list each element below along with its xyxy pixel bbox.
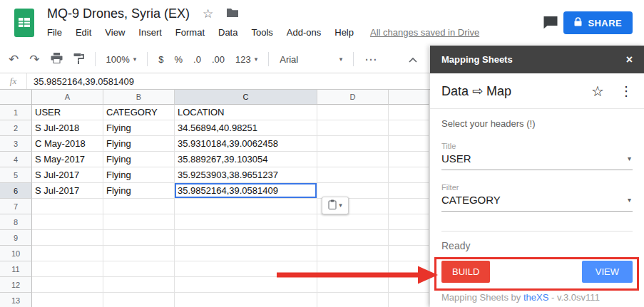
menu-format[interactable]: Format [175, 27, 205, 38]
cell-C4[interactable]: 35.889267,39.103054 [175, 152, 317, 167]
cell-C7[interactable] [175, 199, 317, 214]
print-icon[interactable] [51, 53, 63, 66]
cell-E11[interactable] [389, 261, 429, 277]
cell-B6[interactable]: Flying [103, 183, 175, 199]
menu-file[interactable]: File [47, 27, 62, 38]
cell-E1[interactable] [389, 105, 429, 120]
paste-options-button[interactable]: ▾ [322, 197, 349, 214]
column-header-C[interactable]: C [175, 90, 317, 105]
format-percent-button[interactable]: % [175, 54, 183, 65]
thexs-link[interactable]: theXS [523, 292, 548, 303]
menu-edit[interactable]: Edit [76, 27, 91, 38]
cell-C1[interactable]: LOCATION [175, 105, 317, 120]
cell-D13[interactable] [317, 293, 389, 307]
cell-C10[interactable] [175, 246, 317, 261]
paint-format-icon[interactable] [73, 53, 84, 66]
comments-icon[interactable] [543, 16, 558, 32]
cell-D8[interactable] [317, 214, 389, 230]
cell-E2[interactable] [389, 120, 429, 136]
cell-E10[interactable] [389, 246, 429, 261]
row-header-12[interactable]: 12 [0, 277, 32, 293]
cell-D4[interactable] [317, 152, 389, 167]
row-header-1[interactable]: 1 [0, 105, 32, 120]
cell-B9[interactable] [103, 230, 175, 246]
cell-A9[interactable] [32, 230, 103, 246]
title-select[interactable]: USER ▾ [441, 150, 633, 170]
cell-B3[interactable]: Flying [103, 136, 175, 152]
cell-B8[interactable] [103, 214, 175, 230]
format-currency-button[interactable]: $ [158, 54, 163, 65]
cell-D2[interactable] [317, 120, 389, 136]
cell-C12[interactable] [175, 277, 317, 293]
view-button[interactable]: VIEW [582, 261, 633, 283]
document-title[interactable]: MQ-9 Drones, Syria (EX) [47, 6, 190, 21]
cell-C9[interactable] [175, 230, 317, 246]
cell-E9[interactable] [389, 230, 429, 246]
column-header-B[interactable]: B [103, 90, 175, 105]
cell-C8[interactable] [175, 214, 317, 230]
row-header-10[interactable]: 10 [0, 246, 32, 261]
cell-A2[interactable]: S Jul-2018 [32, 120, 103, 136]
cell-E6[interactable] [389, 183, 429, 199]
cell-A5[interactable]: S Jul-2017 [32, 167, 103, 183]
star-document-icon[interactable]: ☆ [203, 8, 213, 20]
menu-add-ons[interactable]: Add-ons [287, 27, 321, 38]
cell-C5[interactable]: 35.9253903,38.9651237 [175, 167, 317, 183]
cell-A6[interactable]: S Jul-2017 [32, 183, 103, 199]
cell-A13[interactable] [32, 293, 103, 307]
zoom-selector[interactable]: 100% ▾ [106, 54, 137, 65]
cell-C11[interactable] [175, 261, 317, 277]
cell-D3[interactable] [317, 136, 389, 152]
cell-D11[interactable] [317, 261, 389, 277]
cell-C3[interactable]: 35.9310184,39.0062458 [175, 136, 317, 152]
cell-B5[interactable]: Flying [103, 167, 175, 183]
cell-B2[interactable]: Flying [103, 120, 175, 136]
cell-D10[interactable] [317, 246, 389, 261]
decrease-decimals-button[interactable]: .0 [193, 54, 201, 65]
cell-A12[interactable] [32, 277, 103, 293]
row-header-11[interactable]: 11 [0, 261, 32, 277]
share-button[interactable]: SHARE [563, 11, 633, 34]
cell-B4[interactable]: Flying [103, 152, 175, 167]
cell-A3[interactable]: C May-2018 [32, 136, 103, 152]
column-header-D[interactable]: D [317, 90, 389, 105]
cell-B1[interactable]: CATEGORY [103, 105, 175, 120]
more-toolbar-icon[interactable]: ⋯ [364, 53, 377, 66]
cell-E7[interactable] [389, 199, 429, 214]
number-format-menu[interactable]: 123 ▾ [235, 54, 257, 65]
column-header-E[interactable] [389, 90, 429, 105]
cell-E4[interactable] [389, 152, 429, 167]
cell-E8[interactable] [389, 214, 429, 230]
row-header-7[interactable]: 7 [0, 199, 32, 214]
cell-B13[interactable] [103, 293, 175, 307]
select-all-corner[interactable] [0, 90, 32, 105]
cell-A11[interactable] [32, 261, 103, 277]
menu-data[interactable]: Data [218, 27, 237, 38]
move-folder-icon[interactable] [226, 8, 239, 21]
formula-input[interactable]: 35.9852164,39.0581409 [27, 76, 134, 87]
cell-D5[interactable] [317, 167, 389, 183]
cell-E5[interactable] [389, 167, 429, 183]
row-header-13[interactable]: 13 [0, 293, 32, 307]
cell-D1[interactable] [317, 105, 389, 120]
cell-B10[interactable] [103, 246, 175, 261]
row-header-8[interactable]: 8 [0, 214, 32, 230]
filter-select[interactable]: CATEGORY ▾ [441, 192, 633, 212]
redo-icon[interactable]: ↷ [29, 53, 39, 66]
increase-decimals-button[interactable]: .00 [212, 54, 225, 65]
cell-D9[interactable] [317, 230, 389, 246]
font-selector[interactable]: Arial ▾ [280, 54, 342, 65]
sheets-logo-icon[interactable] [10, 8, 39, 38]
row-header-6[interactable]: 6 [0, 183, 32, 199]
build-button[interactable]: BUILD [441, 261, 490, 283]
cell-A10[interactable] [32, 246, 103, 261]
row-header-4[interactable]: 4 [0, 152, 32, 167]
menu-view[interactable]: View [105, 27, 125, 38]
cell-E13[interactable] [389, 293, 429, 307]
close-icon[interactable]: × [626, 54, 633, 66]
kebab-menu-icon[interactable]: ⋮ [620, 85, 633, 98]
collapse-toolbar-icon[interactable] [409, 54, 417, 65]
cell-A8[interactable] [32, 214, 103, 230]
undo-icon[interactable]: ↶ [9, 53, 19, 66]
menu-tools[interactable]: Tools [251, 27, 272, 38]
